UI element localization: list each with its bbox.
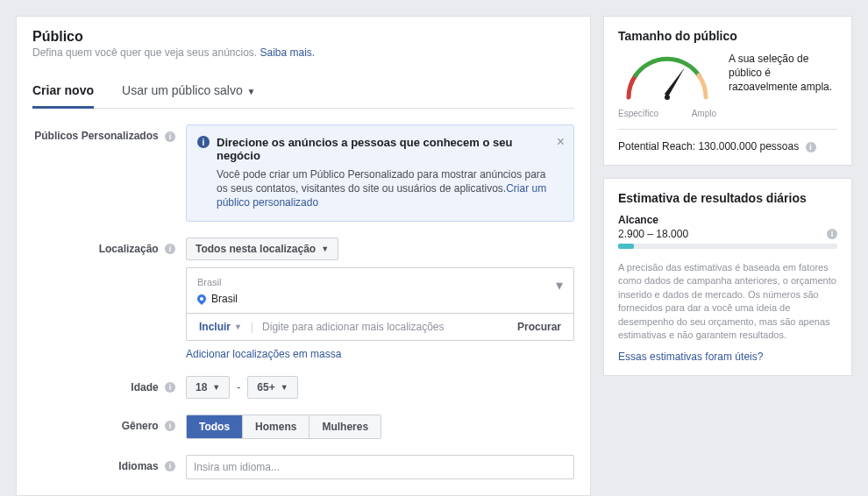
- gender-button-group: Todos Homens Mulheres: [186, 415, 381, 439]
- custom-audience-info-box: × i Direcione os anúncios a pessoas que …: [186, 124, 574, 222]
- map-toggle-icon[interactable]: ▾: [556, 277, 563, 294]
- svg-marker-0: [665, 67, 685, 97]
- chevron-down-icon: ▼: [234, 322, 242, 331]
- gender-men-button[interactable]: Homens: [243, 415, 309, 438]
- row-age: Idade i 18 ▼ - 65+ ▼: [32, 376, 574, 399]
- label-age: Idade i: [32, 376, 186, 393]
- location-mode-select[interactable]: Todos nesta localização ▼: [186, 237, 338, 260]
- estimate-feedback-link[interactable]: Essas estimativas foram úteis?: [618, 351, 837, 363]
- row-custom-audiences: Públicos Personalizados i × i Direcione …: [32, 124, 574, 222]
- age-max-select[interactable]: 65+ ▼: [247, 376, 297, 399]
- info-icon[interactable]: i: [165, 382, 175, 393]
- chevron-down-icon: ▼: [245, 87, 256, 96]
- close-icon[interactable]: ×: [557, 134, 565, 150]
- info-icon: i: [197, 136, 210, 148]
- include-exclude-select[interactable]: Incluir ▼: [196, 314, 245, 340]
- gauge-label-specific: Específico: [618, 109, 658, 118]
- audience-size-card: Tamanho do público Específico Amplo A su…: [603, 16, 852, 166]
- subtitle-text: Defina quem você quer que veja seus anún…: [32, 46, 260, 59]
- audience-size-title: Tamanho do público: [618, 29, 837, 43]
- info-icon[interactable]: i: [165, 461, 175, 471]
- info-icon[interactable]: i: [165, 131, 175, 142]
- age-min-select[interactable]: 18 ▼: [186, 376, 230, 399]
- gender-women-button[interactable]: Mulheres: [309, 415, 381, 438]
- daily-estimates-card: Estimativa de resultados diários Alcance…: [603, 178, 852, 376]
- learn-more-link[interactable]: Saiba mais.: [260, 46, 316, 59]
- sidebar: Tamanho do público Específico Amplo A su…: [603, 16, 852, 496]
- chevron-down-icon: ▼: [212, 383, 220, 392]
- estimate-range: 2.900 – 18.000: [618, 228, 688, 240]
- pin-icon: [196, 292, 208, 304]
- info-box-body: Você pode criar um Público Personalizado…: [217, 167, 547, 210]
- page-title: Público: [32, 29, 574, 45]
- gauge-label-broad: Amplo: [692, 109, 716, 118]
- info-icon[interactable]: i: [165, 244, 175, 254]
- browse-button[interactable]: Procurar: [514, 314, 565, 340]
- label-location: Localização i: [32, 237, 186, 255]
- tabs: Criar novo Usar um público salvo ▼: [32, 76, 574, 109]
- languages-input[interactable]: [186, 455, 574, 479]
- row-location: Localização i Todos nesta localização ▼ …: [32, 237, 574, 360]
- tab-create-new[interactable]: Criar novo: [32, 76, 94, 109]
- row-gender: Gênero i Todos Homens Mulheres: [32, 415, 574, 439]
- info-box-title: Direcione os anúncios a pessoas que conh…: [217, 136, 547, 162]
- chevron-down-icon: ▼: [321, 244, 329, 253]
- gauge-icon: [618, 52, 716, 104]
- audience-size-text: A sua seleção de público é razoavelmente…: [729, 52, 837, 95]
- info-icon[interactable]: i: [165, 421, 175, 431]
- label-custom-audiences: Públicos Personalizados i: [32, 124, 186, 142]
- tab-use-saved[interactable]: Usar um público salvo ▼: [122, 76, 255, 108]
- form-area: Públicos Personalizados i × i Direcione …: [17, 109, 590, 479]
- chevron-down-icon: ▼: [281, 383, 288, 392]
- estimate-disclaimer: A precisão das estimativas é baseada em …: [618, 261, 837, 342]
- panel-header: Público Defina quem você quer que veja s…: [17, 17, 590, 59]
- location-box: ▾ Brasil Brasil Incluir ▼ |: [186, 267, 574, 341]
- estimate-bar-fill: [618, 244, 634, 249]
- page-subtitle: Defina quem você quer que veja seus anún…: [32, 46, 574, 59]
- info-icon[interactable]: i: [806, 142, 816, 152]
- location-token[interactable]: Brasil: [197, 293, 238, 305]
- svg-point-1: [665, 95, 670, 100]
- audience-panel: Público Defina quem você quer que veja s…: [16, 16, 591, 496]
- gender-all-button[interactable]: Todos: [187, 415, 243, 438]
- potential-reach: Potential Reach: 130.000.000 pessoas i: [618, 129, 837, 152]
- label-languages: Idiomas i: [32, 455, 186, 472]
- location-input[interactable]: [259, 314, 514, 340]
- estimate-bar: [618, 244, 837, 249]
- label-gender: Gênero i: [32, 415, 186, 432]
- daily-estimates-title: Estimativa de resultados diários: [618, 191, 837, 205]
- info-icon[interactable]: i: [827, 229, 837, 239]
- audience-gauge: Específico Amplo: [618, 52, 716, 118]
- bulk-locations-link[interactable]: Adicionar localizações em massa: [186, 348, 341, 360]
- location-country-heading: Brasil: [197, 277, 563, 287]
- estimate-metric-label: Alcance: [618, 214, 837, 226]
- row-languages: Idiomas i: [32, 455, 574, 479]
